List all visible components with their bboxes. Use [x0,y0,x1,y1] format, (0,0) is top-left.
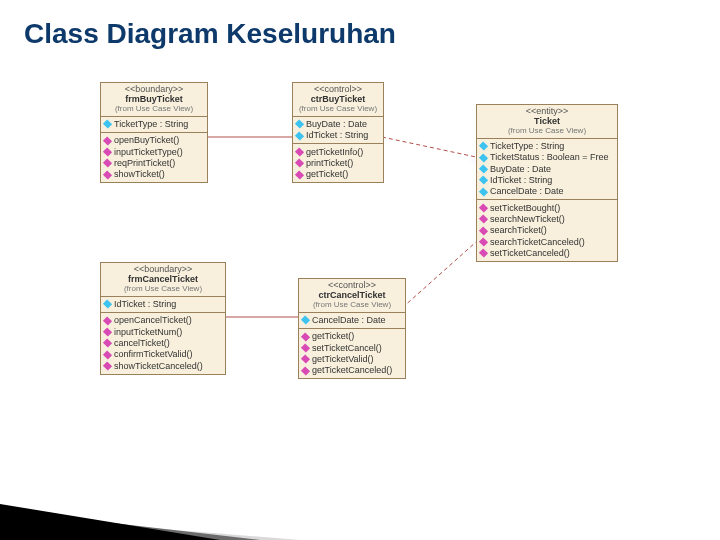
attribute-icon [295,131,304,140]
attribute-row: TicketType : String [104,119,204,130]
operation-row: showTicket() [104,169,204,180]
attribute-row: CancelDate : Date [302,315,402,326]
operation-text: reqPrintTicket() [114,158,175,168]
attribute-text: BuyDate : Date [490,164,551,174]
attribute-row: IdTicket : String [480,175,614,186]
operation-row: getTicketCanceled() [302,365,402,376]
operation-icon [103,136,112,145]
operations: getTicket() setTicketCancel() getTicketV… [299,329,405,378]
operation-row: reqPrintTicket() [104,158,204,169]
attribute-row: TicketStatus : Boolean = Free [480,152,614,163]
slide-corner-decoration [0,480,300,540]
attribute-text: CancelDate : Date [490,186,564,196]
attribute-icon [301,316,310,325]
operation-text: searchTicketCanceled() [490,237,585,247]
operation-icon [301,355,310,364]
operation-icon [295,170,304,179]
attribute-icon [103,120,112,129]
operation-icon [103,170,112,179]
operations: openCancelTicket() inputTicketNum() canc… [101,313,225,374]
attribute-row: IdTicket : String [104,299,222,310]
operation-row: setTicketCanceled() [480,248,614,259]
attribute-text: CancelDate : Date [312,315,386,325]
class-header: <<boundary>> frmBuyTicket (from Use Case… [101,83,207,117]
class-header: <<control>> ctrCancelTicket (from Use Ca… [299,279,405,313]
operation-text: inputTicketNum() [114,327,182,337]
from-label: (from Use Case View) [105,105,203,114]
operation-icon [301,366,310,375]
class-ctrCancelTicket: <<control>> ctrCancelTicket (from Use Ca… [298,278,406,379]
class-header: <<entity>> Ticket (from Use Case View) [477,105,617,139]
class-Ticket: <<entity>> Ticket (from Use Case View) T… [476,104,618,262]
operation-icon [479,226,488,235]
page-title: Class Diagram Keseluruhan [24,18,396,50]
operation-row: openBuyTicket() [104,135,204,146]
attributes: BuyDate : Date IdTicket : String [293,117,383,145]
operation-row: printTicket() [296,158,380,169]
operation-icon [479,203,488,212]
operation-text: showTicket() [114,169,165,179]
attribute-icon [103,300,112,309]
operation-row: openCancelTicket() [104,315,222,326]
attribute-icon [479,176,488,185]
operation-row: searchNewTicket() [480,214,614,225]
attribute-text: BuyDate : Date [306,119,367,129]
operation-text: cancelTicket() [114,338,170,348]
operation-icon [479,249,488,258]
operations: getTicketInfo() printTicket() getTicket(… [293,144,383,182]
attribute-row: CancelDate : Date [480,186,614,197]
operation-text: openCancelTicket() [114,315,192,325]
operations: setTicketBought() searchNewTicket() sear… [477,200,617,261]
class-header: <<boundary>> frmCancelTicket (from Use C… [101,263,225,297]
operation-icon [103,339,112,348]
attribute-icon [479,142,488,151]
operation-row: inputTicketNum() [104,326,222,337]
attribute-icon [479,164,488,173]
from-label: (from Use Case View) [481,127,613,136]
attribute-text: IdTicket : String [490,175,552,185]
operation-text: getTicketCanceled() [312,365,392,375]
operation-row: searchTicketCanceled() [480,236,614,247]
attributes: IdTicket : String [101,297,225,313]
class-ctrBuyTicket: <<control>> ctrBuyTicket (from Use Case … [292,82,384,183]
class-frmBuyTicket: <<boundary>> frmBuyTicket (from Use Case… [100,82,208,183]
class-frmCancelTicket: <<boundary>> frmCancelTicket (from Use C… [100,262,226,375]
operation-icon [295,159,304,168]
operation-text: getTicketInfo() [306,147,363,157]
operation-row: confirmTicketValid() [104,349,222,360]
operation-icon [103,147,112,156]
operation-row: setTicketCancel() [302,342,402,353]
operation-row: inputTicketType() [104,146,204,157]
operation-icon [103,316,112,325]
operation-row: getTicket() [302,331,402,342]
operation-text: getTicket() [312,331,354,341]
operation-icon [103,327,112,336]
operation-icon [103,361,112,370]
operation-row: setTicketBought() [480,202,614,213]
operation-icon [479,215,488,224]
operation-text: setTicketCancel() [312,343,382,353]
from-label: (from Use Case View) [297,105,379,114]
attribute-row: BuyDate : Date [480,163,614,174]
operation-text: getTicket() [306,169,348,179]
attribute-row: IdTicket : String [296,130,380,141]
attributes: TicketType : String TicketStatus : Boole… [477,139,617,201]
operation-text: openBuyTicket() [114,135,179,145]
operation-row: getTicketValid() [302,354,402,365]
operation-row: showTicketCanceled() [104,360,222,371]
attribute-icon [479,187,488,196]
operation-text: inputTicketType() [114,147,183,157]
svg-line-1 [382,137,476,157]
operation-text: searchNewTicket() [490,214,565,224]
operation-row: searchTicket() [480,225,614,236]
operation-text: searchTicket() [490,225,547,235]
attributes: TicketType : String [101,117,207,133]
operation-icon [301,332,310,341]
attribute-row: TicketType : String [480,141,614,152]
attribute-text: TicketType : String [114,119,188,129]
operation-text: setTicketCanceled() [490,248,570,258]
operation-text: setTicketBought() [490,203,560,213]
operation-icon [301,343,310,352]
attribute-text: IdTicket : String [306,130,368,140]
from-label: (from Use Case View) [303,301,401,310]
